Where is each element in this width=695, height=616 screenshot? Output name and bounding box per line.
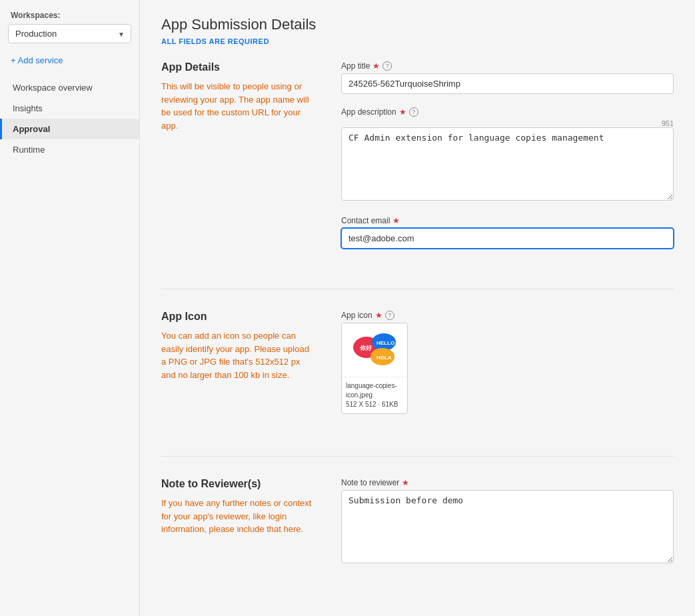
svg-text:HELLO: HELLO bbox=[376, 340, 394, 346]
note-reviewer-right: Note to reviewer ★ Submission before dem… bbox=[341, 478, 674, 579]
app-icon-container: 你好 HELLO HOLA bbox=[341, 323, 408, 414]
icon-preview: 你好 HELLO HOLA bbox=[342, 323, 408, 377]
app-icon-title: App Icon bbox=[161, 311, 315, 323]
workspace-select[interactable]: Production bbox=[8, 24, 131, 43]
workspaces-label: Workspaces: bbox=[0, 11, 139, 24]
app-details-title: App Details bbox=[161, 61, 315, 73]
app-details-desc: This will be visible to people using or … bbox=[161, 80, 315, 132]
app-details-right: App title ★ ? App description ★ ? bbox=[341, 61, 674, 262]
add-service-button[interactable]: + Add service bbox=[0, 51, 73, 69]
app-icon-group: App icon ★ ? 你 bbox=[341, 311, 674, 416]
required-star-note: ★ bbox=[402, 478, 409, 487]
icon-dimensions: 512 X 512 · 61KB bbox=[346, 400, 403, 409]
icon-upload-box[interactable]: 你好 HELLO HOLA bbox=[341, 323, 408, 414]
contact-email-input[interactable] bbox=[341, 228, 674, 249]
app-icon-section: App Icon You can add an icon so people c… bbox=[161, 311, 674, 429]
app-icon-right: App icon ★ ? 你 bbox=[341, 311, 674, 429]
app-icon-help-icon[interactable]: ? bbox=[385, 311, 394, 320]
required-notice: ALL FIELDS ARE REQUIRED bbox=[161, 37, 674, 45]
app-title-input[interactable] bbox=[341, 73, 674, 94]
contact-email-group: Contact email ★ bbox=[341, 216, 674, 249]
note-reviewer-section: Note to Reviewer(s) If you have any furt… bbox=[161, 478, 674, 579]
note-reviewer-left: Note to Reviewer(s) If you have any furt… bbox=[161, 478, 315, 579]
required-star-desc: ★ bbox=[399, 107, 406, 117]
required-star-email: ★ bbox=[392, 216, 400, 225]
main-content: App Submission Details ALL FIELDS ARE RE… bbox=[140, 0, 695, 616]
app-title-group: App title ★ ? bbox=[341, 61, 674, 94]
icon-filename: language-copies-icon.jpeg bbox=[346, 381, 403, 400]
note-reviewer-title: Note to Reviewer(s) bbox=[161, 478, 315, 490]
icon-info: language-copies-icon.jpeg 512 X 512 · 61… bbox=[342, 377, 407, 413]
app-description-group: App description ★ ? 951 CF Admin extensi… bbox=[341, 107, 674, 203]
note-reviewer-desc: If you have any further notes or context… bbox=[161, 497, 315, 536]
app-title-label: App title ★ ? bbox=[341, 61, 674, 71]
sidebar: Workspaces: Production ▼ + Add service W… bbox=[0, 0, 140, 616]
required-star-title: ★ bbox=[372, 61, 380, 71]
svg-text:你好: 你好 bbox=[359, 345, 372, 351]
contact-email-label: Contact email ★ bbox=[341, 216, 674, 225]
sidebar-item-runtime[interactable]: Runtime bbox=[0, 139, 139, 160]
note-reviewer-textarea[interactable]: Submission before demo bbox=[341, 490, 674, 563]
svg-text:HOLA: HOLA bbox=[376, 355, 392, 361]
app-title-help-icon[interactable]: ? bbox=[382, 61, 392, 71]
app-icon-desc: You can add an icon so people can easily… bbox=[161, 329, 315, 381]
app-details-left: App Details This will be visible to peop… bbox=[161, 61, 315, 262]
app-icon-label: App icon ★ ? bbox=[341, 311, 674, 320]
workspace-select-wrapper[interactable]: Production ▼ bbox=[8, 24, 131, 43]
language-copies-icon: 你好 HELLO HOLA bbox=[352, 331, 398, 369]
page-title: App Submission Details bbox=[161, 16, 674, 33]
sidebar-item-workspace-overview[interactable]: Workspace overview bbox=[0, 77, 139, 98]
note-reviewer-label: Note to reviewer ★ bbox=[341, 478, 674, 487]
sidebar-nav: Workspace overview Insights Approval Run… bbox=[0, 77, 139, 160]
char-count: 951 bbox=[341, 119, 674, 127]
app-description-label: App description ★ ? bbox=[341, 107, 674, 117]
sidebar-item-insights[interactable]: Insights bbox=[0, 98, 139, 119]
app-details-section: App Details This will be visible to peop… bbox=[161, 61, 674, 262]
required-star-icon: ★ bbox=[375, 311, 382, 320]
app-description-help-icon[interactable]: ? bbox=[409, 107, 418, 117]
sidebar-item-approval[interactable]: Approval bbox=[0, 119, 139, 139]
app-description-textarea[interactable]: CF Admin extension for language copies m… bbox=[341, 127, 674, 201]
app-icon-left: App Icon You can add an icon so people c… bbox=[161, 311, 315, 429]
note-reviewer-group: Note to reviewer ★ Submission before dem… bbox=[341, 478, 674, 565]
